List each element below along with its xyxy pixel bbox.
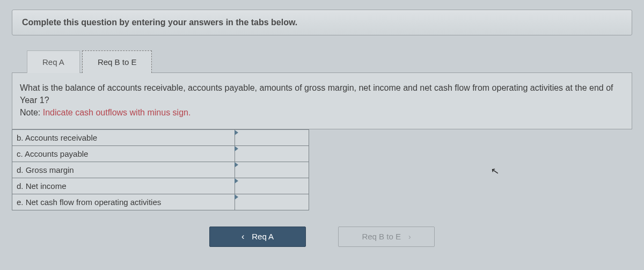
dropdown-indicator-icon — [235, 162, 238, 167]
row-label: b. Accounts receivable — [12, 129, 235, 145]
nav-row: ‹ Req A Req B to E › — [12, 227, 632, 247]
accounts-payable-input[interactable] — [235, 146, 309, 161]
tab-req-a[interactable]: Req A — [27, 50, 80, 73]
tab-req-b-to-e[interactable]: Req B to E — [82, 50, 152, 73]
table-row: d. Net income — [12, 178, 309, 194]
chevron-right-icon: › — [408, 232, 411, 241]
prev-button-label: Req A — [252, 232, 274, 241]
prev-button[interactable]: ‹ Req A — [209, 227, 306, 247]
net-income-input[interactable] — [235, 178, 309, 193]
answer-table-area: b. Accounts receivable c. Accounts payab… — [12, 129, 632, 210]
table-row: d. Gross margin — [12, 162, 309, 178]
net-cash-flow-input[interactable] — [235, 194, 309, 209]
question-text: What is the balance of accounts receivab… — [20, 82, 624, 106]
answer-table: b. Accounts receivable c. Accounts payab… — [12, 129, 309, 210]
accounts-receivable-input[interactable] — [235, 130, 309, 145]
dropdown-indicator-icon — [235, 178, 238, 184]
row-label: c. Accounts payable — [12, 145, 235, 162]
row-input-cell — [235, 162, 309, 178]
question-panel: What is the balance of accounts receivab… — [12, 72, 632, 129]
question-note: Note: Indicate cash outflows with minus … — [20, 106, 624, 119]
chevron-left-icon: ‹ — [241, 232, 244, 242]
note-prefix: Note: — [20, 108, 43, 117]
dropdown-indicator-icon — [235, 194, 238, 200]
row-input-cell — [235, 178, 309, 194]
next-button-label: Req B to E — [362, 232, 401, 241]
note-body: Indicate cash outflows with minus sign. — [43, 108, 191, 117]
row-input-cell — [235, 145, 309, 162]
main-container: Complete this question by entering your … — [0, 0, 644, 257]
row-label: d. Net income — [12, 178, 235, 194]
dropdown-indicator-icon — [235, 146, 238, 151]
next-button[interactable]: Req B to E › — [338, 227, 435, 247]
tab-label: Req A — [42, 57, 64, 67]
row-label: e. Net cash flow from operating activiti… — [12, 194, 235, 210]
row-input-cell — [235, 129, 309, 145]
row-input-cell — [235, 194, 309, 210]
tab-label: Req B to E — [98, 57, 137, 67]
dropdown-indicator-icon — [235, 130, 238, 135]
table-row: c. Accounts payable — [12, 145, 309, 162]
table-row: b. Accounts receivable — [12, 129, 309, 145]
table-row: e. Net cash flow from operating activiti… — [12, 194, 309, 210]
tabs-row: Req A Req B to E — [27, 50, 632, 73]
row-label: d. Gross margin — [12, 162, 235, 178]
instruction-text: Complete this question by entering your … — [22, 18, 297, 27]
gross-margin-input[interactable] — [235, 162, 309, 177]
instruction-bar: Complete this question by entering your … — [12, 10, 632, 35]
